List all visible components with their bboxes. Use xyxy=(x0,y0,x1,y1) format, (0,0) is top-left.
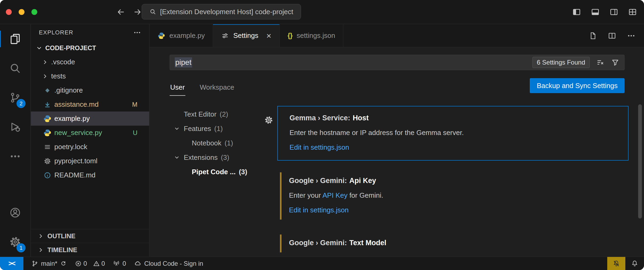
toc-item-features[interactable]: Features (1) xyxy=(150,121,275,136)
toggle-panel-icon[interactable] xyxy=(591,7,600,17)
forward-icon[interactable] xyxy=(133,8,142,16)
toc-label: Notebook xyxy=(192,139,221,147)
tree-file-new-service-py[interactable]: new_service.py U xyxy=(31,126,149,140)
scope-tab-workspace[interactable]: Workspace xyxy=(199,83,235,96)
toc-count: (1) xyxy=(214,125,223,133)
chevron-right-icon xyxy=(42,59,48,66)
search-input-value: pipet xyxy=(175,57,192,68)
file-label: poetry.lock xyxy=(54,143,87,151)
sidebar-item-more-views[interactable] xyxy=(0,142,30,171)
git-untracked-badge: U xyxy=(133,129,137,137)
settings-search-input[interactable]: pipet 6 Settings Found xyxy=(170,55,625,70)
setting-gear-icon[interactable] xyxy=(264,116,273,125)
toggle-secondary-sidebar-icon[interactable] xyxy=(609,7,618,17)
sidebar-item-run-debug[interactable] xyxy=(0,112,30,142)
tree-root-code-project[interactable]: CODE-PROJECT xyxy=(31,41,149,55)
ports-item[interactable]: 0 xyxy=(113,260,126,267)
backup-sync-settings-button[interactable]: Backup and Sync Settings xyxy=(530,78,625,93)
outline-section-header[interactable]: OUTLINE xyxy=(31,229,149,243)
command-center[interactable]: [Extension Development Host] code-projec… xyxy=(142,4,301,19)
cloud-code-item[interactable]: Cloud Code - Sign in xyxy=(134,260,203,267)
warnings-count: 0 xyxy=(101,260,105,267)
cloud-code-label: Cloud Code - Sign in xyxy=(144,260,203,267)
remote-indicator[interactable]: >< xyxy=(0,257,23,270)
folder-label: .vscode xyxy=(51,58,75,66)
sidebar-item-settings[interactable]: 1 xyxy=(0,227,30,257)
setting-description: Enter the hostname or IP address for the… xyxy=(290,129,618,137)
split-editor-icon[interactable] xyxy=(608,31,616,40)
customize-layout-icon[interactable] xyxy=(628,7,637,17)
traffic-lights xyxy=(6,0,37,24)
edit-in-settings-json-link[interactable]: Edit in settings.json xyxy=(289,206,619,214)
more-views-icon xyxy=(9,150,21,162)
settings-list: Gemma › Service:Host Enter the hostname … xyxy=(277,106,629,257)
errors-icon xyxy=(75,260,82,267)
toc-label: Pipet Code ... xyxy=(192,168,236,176)
toggle-primary-sidebar-icon[interactable] xyxy=(572,7,581,17)
git-branch-item[interactable]: main* xyxy=(31,260,67,267)
tab-settings-json[interactable]: {} settings.json xyxy=(280,24,344,47)
more-actions-icon[interactable] xyxy=(627,31,635,40)
back-icon[interactable] xyxy=(117,8,125,16)
chevron-down-icon xyxy=(174,125,180,132)
file-label: new_service.py xyxy=(54,129,102,137)
toc-item-notebook[interactable]: Notebook (1) xyxy=(150,136,275,150)
do-not-disturb-item[interactable] xyxy=(607,257,625,270)
scrollbar-thumb[interactable] xyxy=(638,104,642,219)
open-settings-json-icon[interactable] xyxy=(589,31,597,40)
toc-count: (2) xyxy=(220,110,228,118)
bell-slash-icon xyxy=(613,260,620,267)
ports-count: 0 xyxy=(123,260,126,267)
info-file-icon xyxy=(43,172,52,179)
clear-search-results-icon[interactable] xyxy=(596,58,605,67)
close-tab-icon[interactable]: × xyxy=(266,31,271,40)
setting-description: Enter your API Key for Gemini. xyxy=(289,191,619,200)
markdown-file-icon xyxy=(43,101,52,108)
setting-google-gemini-api-key[interactable]: Google › Gemini:Api Key Enter your API K… xyxy=(277,169,629,223)
tree-file-example-py[interactable]: example.py xyxy=(31,112,149,126)
filter-icon[interactable] xyxy=(611,58,619,67)
zoom-window-button[interactable] xyxy=(31,9,37,15)
python-file-icon xyxy=(43,115,52,123)
setting-category: Google › Gemini: xyxy=(289,177,347,185)
tab-label: example.py xyxy=(169,31,205,40)
sidebar-item-search[interactable] xyxy=(0,54,30,83)
sidebar-item-source-control[interactable]: 2 xyxy=(0,83,30,112)
scope-tab-user[interactable]: User xyxy=(170,83,185,96)
minimize-window-button[interactable] xyxy=(19,9,25,15)
files-icon xyxy=(9,33,21,45)
tree-file-readme-md[interactable]: README.md xyxy=(31,168,149,182)
tree-file-pyproject-toml[interactable]: pyproject.toml xyxy=(31,154,149,168)
tab-settings[interactable]: Settings × xyxy=(213,24,280,47)
toc-item-text-editor[interactable]: Text Editor (2) xyxy=(150,107,275,121)
git-file-icon xyxy=(43,87,52,94)
toc-label: Extensions xyxy=(184,153,218,162)
activity-bar: 2 1 xyxy=(0,24,31,257)
explorer-more-actions-icon[interactable] xyxy=(133,29,141,37)
command-center-label: [Extension Development Host] code-projec… xyxy=(160,8,293,16)
tab-example-py[interactable]: example.py xyxy=(150,24,213,47)
api-key-link[interactable]: API Key xyxy=(323,191,348,199)
edit-in-settings-json-link[interactable]: Edit in settings.json xyxy=(290,143,618,152)
folder-label: tests xyxy=(51,72,66,80)
tree-file-poetry-lock[interactable]: poetry.lock xyxy=(31,140,149,154)
toc-item-pipet-code[interactable]: Pipet Code ... (3) xyxy=(150,165,275,179)
toc-item-extensions[interactable]: Extensions (3) xyxy=(150,150,275,165)
timeline-section-header[interactable]: TIMELINE xyxy=(31,243,149,257)
tab-bar: example.py Settings × {} settings.json xyxy=(150,24,644,47)
tree-folder-tests[interactable]: tests xyxy=(31,69,149,83)
problems-item[interactable]: 0 0 xyxy=(75,260,105,267)
sidebar-item-accounts[interactable] xyxy=(0,198,30,227)
tree-file-gitignore[interactable]: .gitignore xyxy=(31,83,149,97)
setting-google-gemini-text-model[interactable]: Google › Gemini:Text Model xyxy=(277,231,629,247)
python-file-icon xyxy=(158,32,165,39)
file-label: example.py xyxy=(54,114,90,123)
tree-folder-vscode[interactable]: .vscode xyxy=(31,55,149,69)
radio-tower-icon xyxy=(113,260,120,267)
close-window-button[interactable] xyxy=(6,9,12,15)
notifications-item[interactable] xyxy=(625,257,644,270)
publish-changes-icon xyxy=(60,260,67,267)
setting-gemma-service-host[interactable]: Gemma › Service:Host Enter the hostname … xyxy=(277,106,629,161)
sidebar-item-explorer[interactable] xyxy=(0,24,30,54)
tree-file-assistance-md[interactable]: assistance.md M xyxy=(31,97,149,112)
